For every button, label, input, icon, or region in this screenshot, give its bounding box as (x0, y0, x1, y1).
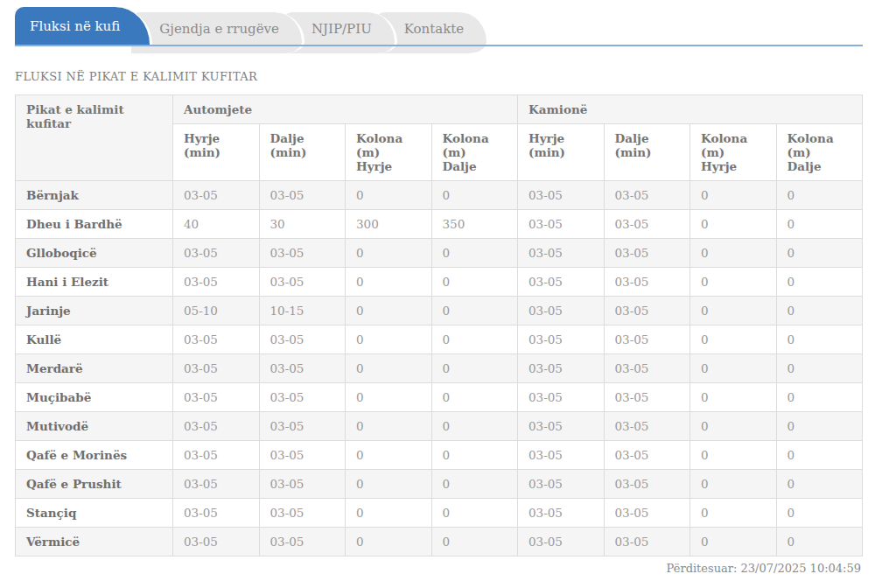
cell-value: 0 (690, 239, 777, 268)
cell-value: 03-05 (173, 383, 260, 412)
cell-value: 03-05 (259, 326, 346, 354)
page: Fluksi në kufiGjendja e rrugëveNJIP/PIUK… (0, 0, 882, 582)
cell-value: 03-05 (259, 354, 346, 383)
cell-value: 0 (346, 499, 432, 528)
cell-value: 0 (431, 441, 518, 470)
cell-value: 0 (346, 470, 432, 499)
cell-value: 03-05 (173, 528, 260, 556)
table-row: Hani i Elezit03-0503-050003-0503-0500 (16, 268, 863, 297)
cell-value: 350 (431, 210, 518, 239)
page-title: FLUKSI NË PIKAT E KALIMIT KUFITAR (15, 70, 882, 83)
cell-value: 0 (690, 268, 777, 297)
crossing-point-name: Merdarë (16, 354, 173, 383)
cell-value: 0 (431, 181, 518, 210)
column-header: Kolona (m) Dalje (431, 124, 518, 181)
crossing-point-name: Hani i Elezit (16, 268, 173, 297)
cell-value: 03-05 (518, 210, 605, 239)
cell-value: 0 (346, 181, 432, 210)
tab-fluksi-ne-kufi[interactable]: Fluksi në kufi (15, 7, 152, 45)
cell-value: 0 (690, 470, 777, 499)
cell-value: 03-05 (604, 528, 690, 556)
cell-value: 0 (690, 499, 777, 528)
cell-value: 03-05 (259, 412, 346, 441)
cell-value: 30 (259, 210, 346, 239)
cell-value: 03-05 (173, 181, 260, 210)
column-header: Dalje (min) (259, 124, 346, 181)
cell-value: 0 (431, 239, 518, 268)
cell-value: 03-05 (518, 499, 605, 528)
cell-value: 0 (776, 181, 863, 210)
cell-value: 03-05 (518, 470, 605, 499)
cell-value: 0 (776, 210, 863, 239)
cell-value: 0 (776, 326, 863, 354)
cell-value: 03-05 (604, 297, 690, 326)
cell-value: 03-05 (173, 326, 260, 354)
cell-value: 03-05 (604, 181, 690, 210)
cell-value: 03-05 (173, 412, 260, 441)
tab-bar: Fluksi në kufiGjendja e rrugëveNJIP/PIUK… (15, 7, 863, 45)
cell-value: 0 (431, 354, 518, 383)
cell-value: 05-10 (173, 297, 260, 326)
cell-value: 0 (690, 210, 777, 239)
cell-value: 0 (346, 268, 432, 297)
cell-value: 0 (776, 239, 863, 268)
cell-value: 0 (690, 441, 777, 470)
table-row: Stançiq03-0503-050003-0503-0500 (16, 499, 863, 528)
crossing-point-name: Qafë e Morinës (16, 441, 173, 470)
cell-value: 0 (346, 239, 432, 268)
crossing-point-name: Muçibabë (16, 383, 173, 412)
table-row: Merdarë03-0503-050003-0503-0500 (16, 354, 863, 383)
cell-value: 03-05 (604, 470, 690, 499)
cell-value: 0 (776, 268, 863, 297)
cell-value: 03-05 (518, 268, 605, 297)
cell-value: 0 (690, 297, 777, 326)
cell-value: 03-05 (518, 326, 605, 354)
table-row: Glloboqicë03-0503-050003-0503-0500 (16, 239, 863, 268)
cell-value: 0 (690, 528, 777, 556)
cell-value: 03-05 (259, 441, 346, 470)
tab-gjendja-e-rrugeve[interactable]: Gjendja e rrugëve (131, 12, 304, 53)
column-header: Kolona (m) Hyrje (690, 124, 777, 181)
cell-value: 03-05 (518, 528, 605, 556)
cell-value: 0 (690, 354, 777, 383)
cell-value: 0 (776, 354, 863, 383)
cell-value: 0 (431, 412, 518, 441)
table-row: Mutivodë03-0503-050003-0503-0500 (16, 412, 863, 441)
cell-value: 0 (776, 383, 863, 412)
group-header-row: Pikat e kalimit kufitar Automjete Kamion… (16, 95, 863, 124)
group-header-trucks: Kamionë (518, 95, 863, 124)
column-header: Hyrje (min) (518, 124, 605, 181)
cell-value: 0 (431, 383, 518, 412)
cell-value: 03-05 (173, 354, 260, 383)
crossing-point-name: Kullë (16, 326, 173, 354)
table-row: Dheu i Bardhë403030035003-0503-0500 (16, 210, 863, 239)
crossing-point-name: Vërmicë (16, 528, 173, 556)
column-header: Kolona (m) Dalje (776, 124, 863, 181)
cell-value: 300 (346, 210, 432, 239)
table-row: Jarinje05-1010-150003-0503-0500 (16, 297, 863, 326)
cell-value: 03-05 (259, 470, 346, 499)
cell-value: 03-05 (518, 297, 605, 326)
tab-underline (15, 45, 863, 46)
group-header-vehicles: Automjete (173, 95, 518, 124)
cell-value: 0 (431, 297, 518, 326)
cell-value: 03-05 (173, 441, 260, 470)
cell-value: 0 (690, 326, 777, 354)
cell-value: 03-05 (604, 354, 690, 383)
cell-value: 03-05 (173, 268, 260, 297)
cell-value: 0 (690, 181, 777, 210)
crossing-point-name: Dheu i Bardhë (16, 210, 173, 239)
crossing-point-name: Mutivodë (16, 412, 173, 441)
cell-value: 0 (776, 412, 863, 441)
crossing-point-name: Jarinje (16, 297, 173, 326)
cell-value: 0 (690, 383, 777, 412)
cell-value: 0 (690, 412, 777, 441)
cell-value: 0 (431, 499, 518, 528)
column-header: Dalje (min) (604, 124, 690, 181)
cell-value: 0 (346, 297, 432, 326)
table-row: Qafë e Prushit03-0503-050003-0503-0500 (16, 470, 863, 499)
table-row: Muçibabë03-0503-050003-0503-0500 (16, 383, 863, 412)
cell-value: 03-05 (259, 239, 346, 268)
cell-value: 0 (346, 354, 432, 383)
cell-value: 03-05 (604, 383, 690, 412)
